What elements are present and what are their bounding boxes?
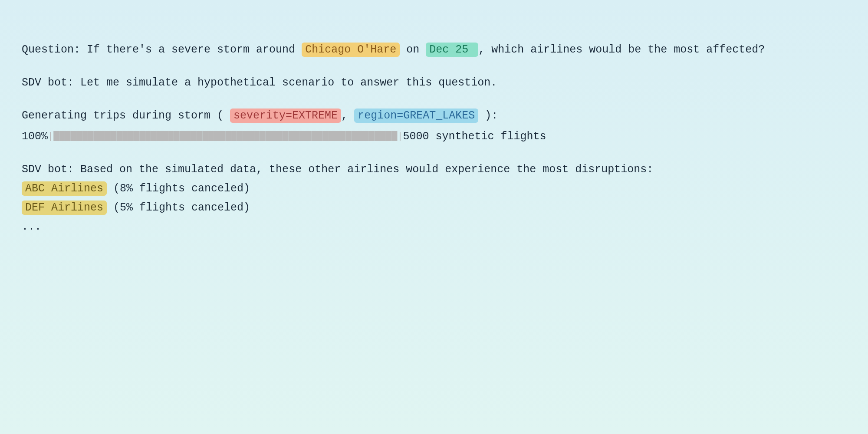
bot-intro-text: Let me simulate a hypothetical scenario … (80, 76, 497, 89)
question-label: Question: (22, 43, 80, 56)
airline-stat-1: (8% flights canceled) (113, 182, 250, 195)
progress-line: 100%|███████████████████████████████████… (22, 128, 846, 145)
question-text-1: If there's a severe storm around (87, 43, 295, 56)
gen-prefix: Generating trips during storm ( (22, 109, 230, 122)
result-row-1: ABC Airlines (8% flights canceled) (22, 180, 846, 197)
bot-result-intro: Based on the simulated data, these other… (80, 163, 653, 176)
generation-line: Generating trips during storm ( severity… (22, 107, 846, 125)
question-on: on (406, 43, 419, 56)
progress-bar: |███████████████████████████████████████… (48, 129, 403, 144)
highlight-airline-1: ABC Airlines (22, 181, 107, 196)
progress-percent: 100% (22, 128, 48, 145)
highlight-airline-2: DEF Airlines (22, 201, 107, 215)
generation-block: Generating trips during storm ( severity… (22, 107, 846, 145)
ellipsis: ... (22, 218, 846, 236)
bot-intro-block: SDV bot: Let me simulate a hypothetical … (22, 74, 846, 92)
highlight-region: region=GREAT_LAKES (354, 108, 478, 123)
result-row-2: DEF Airlines (5% flights canceled) (22, 199, 846, 217)
highlight-airport: Chicago O'Hare (302, 43, 400, 57)
progress-count: 5000 synthetic flights (403, 128, 546, 145)
question-text-2: , which airlines would be the most affec… (478, 43, 765, 56)
highlight-date: Dec 25 (426, 43, 478, 57)
gen-sep: , (341, 109, 354, 122)
gen-suffix: ): (485, 109, 498, 122)
bot-label: SDV bot: (22, 76, 74, 89)
highlight-severity: severity=EXTREME (230, 108, 341, 123)
bot-result-block: SDV bot: Based on the simulated data, th… (22, 161, 846, 178)
question-block: Question: If there's a severe storm arou… (22, 41, 846, 59)
bot-label-2: SDV bot: (22, 163, 74, 176)
airline-stat-2: (5% flights canceled) (113, 201, 250, 214)
